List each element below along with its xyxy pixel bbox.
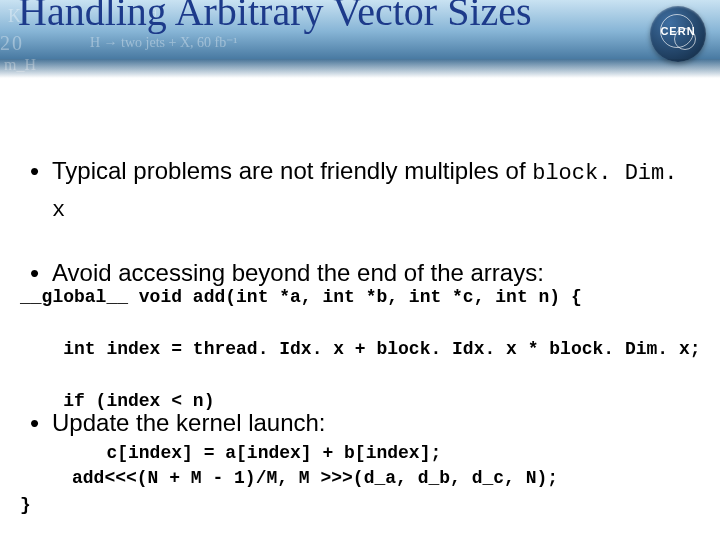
slide-title: Handling Arbitrary Vector Sizes — [18, 0, 578, 34]
cern-logo-badge: CERN — [650, 6, 706, 62]
slide-body: Typical problems are not friendly multip… — [0, 78, 720, 498]
code-line: __global__ void add(int *a, int *b, int … — [20, 284, 704, 310]
overlay-text: m_H — [4, 56, 36, 74]
overlay-text: H → two jets + X, 60 fb⁻¹ — [90, 34, 237, 51]
code-line: } — [20, 492, 704, 518]
header-banner: K 20 H → two jets + X, 60 fb⁻¹ m_H θ CER… — [0, 0, 720, 78]
bullet-list: Typical problems are not friendly multip… — [26, 154, 694, 440]
bullet-2-text: Avoid accessing beyond the end of the ar… — [52, 259, 544, 286]
bullet-1-text: Typical problems are not friendly multip… — [52, 157, 532, 184]
slide: K 20 H → two jets + X, 60 fb⁻¹ m_H θ CER… — [0, 0, 720, 540]
cern-logo: CERN — [650, 6, 706, 62]
bullet-item-3: Update the kernel launch: — [26, 406, 694, 440]
bullet-item-1: Typical problems are not friendly multip… — [26, 154, 694, 228]
kernel-code-overlay: __global__ void add(int *a, int *b, int … — [20, 258, 704, 540]
bullet-item-2: Avoid accessing beyond the end of the ar… — [26, 256, 694, 290]
code-line: int index = thread. Idx. x + block. Idx.… — [20, 336, 704, 362]
cern-logo-label: CERN — [650, 25, 706, 37]
code-line: c[index] = a[index] + b[index]; — [20, 440, 704, 466]
kernel-launch-code: add<<<(N + M - 1)/M, M >>>(d_a, d_b, d_c… — [72, 468, 694, 488]
overlay-text: 20 — [0, 32, 24, 55]
bullet-3-text: Update the kernel launch: — [52, 409, 326, 436]
